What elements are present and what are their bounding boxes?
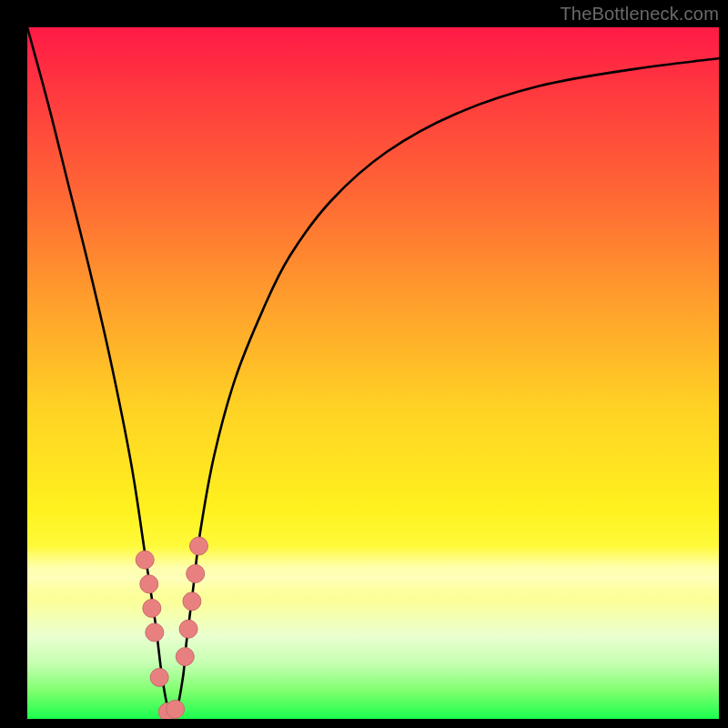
marker-dot	[189, 537, 207, 555]
bottleneck-curve-path	[27, 27, 719, 717]
marker-dot	[187, 564, 205, 582]
bottleneck-curve	[27, 27, 719, 717]
marker-dot	[167, 700, 185, 718]
curve-layer	[27, 27, 719, 719]
marker-dot	[143, 599, 161, 617]
watermark-text: TheBottleneck.com	[560, 0, 719, 27]
marker-dot	[183, 592, 201, 611]
marker-dot	[176, 648, 194, 666]
marker-dot	[150, 668, 168, 686]
chart-frame: TheBottleneck.com	[0, 0, 728, 728]
marker-dot	[179, 620, 197, 638]
plot-area	[27, 27, 719, 719]
marker-dot	[146, 623, 164, 642]
marker-dot	[136, 551, 154, 569]
marker-dot	[140, 575, 158, 593]
